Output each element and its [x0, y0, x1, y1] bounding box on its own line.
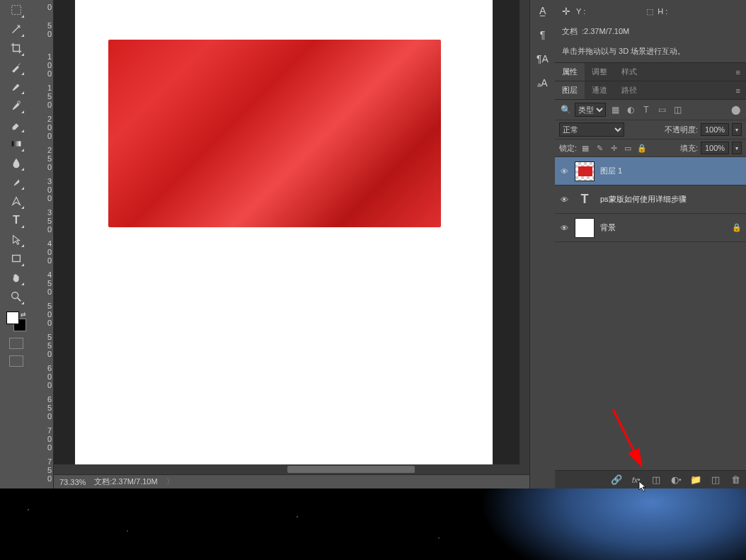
- visibility-toggle[interactable]: 👁: [558, 193, 570, 206]
- foreground-color[interactable]: [6, 312, 19, 324]
- info-hint: 单击并拖动以与 3D 场景进行互动。: [562, 46, 685, 57]
- link-layers-icon[interactable]: 🔗: [610, 474, 623, 486]
- svg-point-1: [19, 25, 21, 27]
- filter-shape-icon[interactable]: ▭: [655, 103, 668, 116]
- horizontal-scrollbar[interactable]: [54, 464, 529, 474]
- eraser-tool[interactable]: [8, 116, 25, 133]
- char-panel-icon[interactable]: A̲: [535, 3, 551, 18]
- document-canvas[interactable]: [75, 0, 493, 474]
- layer-thumbnail[interactable]: [575, 218, 595, 238]
- layer-row[interactable]: 👁 图层 1: [555, 157, 746, 185]
- tab-channels[interactable]: 通道: [585, 81, 614, 99]
- left-toolbar: T ⇄: [0, 0, 33, 488]
- panel-menu-icon[interactable]: ≡: [730, 68, 746, 76]
- info-panel: ✛Y :⬚H : 文档:2.37M/7.10M 单击并拖动以与 3D 场景进行互…: [555, 0, 746, 63]
- tab-styles[interactable]: 样式: [614, 63, 644, 81]
- layer-name[interactable]: ps蒙版如何使用详细步骤: [599, 194, 743, 205]
- scrollbar-thumb[interactable]: [287, 466, 415, 473]
- layer-fx-icon[interactable]: fx▾: [630, 474, 643, 486]
- filter-smart-icon[interactable]: ◫: [671, 103, 684, 116]
- zoom-level[interactable]: 73.33%: [59, 478, 86, 486]
- shape-tool[interactable]: [8, 250, 25, 267]
- screen-mode-toggle[interactable]: [9, 355, 23, 367]
- lock-paint-icon[interactable]: ✎: [594, 142, 605, 154]
- group-icon[interactable]: 📁: [689, 474, 702, 486]
- placed-image[interactable]: [108, 40, 441, 227]
- zoom-tool[interactable]: [8, 288, 25, 305]
- lock-label: 锁定:: [559, 143, 577, 154]
- filter-text-icon[interactable]: T: [640, 103, 653, 116]
- search-icon[interactable]: 🔍: [559, 103, 572, 116]
- doc-label: 文档: [562, 26, 578, 37]
- paragraph-panel-icon[interactable]: ¶: [535, 27, 551, 42]
- opacity-label: 不透明度:: [665, 125, 698, 135]
- swap-colors-icon[interactable]: ⇄: [21, 311, 26, 318]
- lock-trans-icon[interactable]: ▦: [580, 142, 591, 154]
- tab-adjustments[interactable]: 调整: [585, 63, 614, 81]
- layer-list: 👁 图层 1 👁 T ps蒙版如何使用详细步骤 👁 背景 🔒: [555, 157, 746, 470]
- delete-layer-icon[interactable]: 🗑: [729, 474, 742, 486]
- status-expand-icon[interactable]: 〉: [166, 476, 174, 487]
- crop-tool[interactable]: [8, 40, 25, 57]
- visibility-toggle[interactable]: 👁: [558, 222, 570, 234]
- vertical-scrollbar[interactable]: [520, 0, 529, 464]
- layer-mask-icon[interactable]: ◫: [650, 474, 662, 486]
- new-layer-icon[interactable]: ◫: [709, 474, 722, 486]
- lock-pos-icon[interactable]: ✛: [608, 142, 619, 154]
- svg-point-5: [12, 292, 18, 299]
- canvas-area[interactable]: 73.33% 文档:2.37M/7.10M 〉: [54, 0, 529, 488]
- panel-menu-icon[interactable]: ≡: [730, 86, 746, 95]
- layer-row[interactable]: 👁 背景 🔒: [555, 214, 746, 242]
- eyedropper-tool[interactable]: [8, 59, 25, 76]
- layer-row[interactable]: 👁 T ps蒙版如何使用详细步骤: [555, 185, 746, 214]
- filter-adjust-icon[interactable]: ◐: [624, 103, 637, 116]
- y-label: Y :: [576, 7, 585, 16]
- lock-all-icon[interactable]: 🔒: [636, 142, 648, 154]
- hand-tool[interactable]: [8, 269, 25, 286]
- para-styles-icon[interactable]: ₐA: [535, 75, 551, 91]
- lock-row: 锁定: ▦ ✎ ✛ ▭ 🔒 填充: ▾: [555, 139, 746, 157]
- svg-point-2: [18, 101, 21, 104]
- filter-toggle-icon[interactable]: ⬤: [729, 103, 742, 116]
- svg-rect-0: [12, 6, 21, 15]
- layer-name[interactable]: 背景: [599, 222, 728, 233]
- filter-pixel-icon[interactable]: ▦: [609, 103, 621, 116]
- blend-mode-select[interactable]: 正常: [559, 122, 624, 137]
- blur-tool[interactable]: [8, 154, 25, 171]
- pen-tool[interactable]: [8, 193, 25, 210]
- desktop-background: [0, 488, 746, 560]
- text-layer-icon[interactable]: T: [575, 190, 595, 210]
- history-brush-tool[interactable]: [8, 97, 25, 114]
- svg-rect-3: [12, 141, 21, 146]
- quick-mask-toggle[interactable]: [9, 338, 23, 349]
- tab-properties[interactable]: 属性: [555, 63, 585, 81]
- artboard-tool[interactable]: [8, 1, 25, 18]
- doc-value: :2.37M/7.10M: [582, 27, 629, 35]
- adjustment-layer-icon[interactable]: ◐▾: [670, 474, 682, 486]
- layer-name[interactable]: 图层 1: [599, 166, 743, 176]
- tab-layers[interactable]: 图层: [555, 81, 585, 99]
- visibility-toggle[interactable]: 👁: [558, 165, 570, 178]
- fill-input[interactable]: [701, 142, 729, 154]
- layer-filter-row: 🔍 类型 ▦ ◐ T ▭ ◫ ⬤: [555, 100, 746, 120]
- brush-tool[interactable]: [8, 78, 25, 95]
- smudge-tool[interactable]: [8, 173, 25, 190]
- path-select-tool[interactable]: [8, 231, 25, 248]
- lock-artboard-icon[interactable]: ▭: [622, 142, 633, 154]
- gradient-tool[interactable]: [8, 135, 25, 152]
- fill-label: 填充:: [680, 143, 698, 154]
- color-swatch[interactable]: ⇄: [6, 312, 26, 331]
- opacity-input[interactable]: [701, 123, 729, 136]
- svg-rect-4: [13, 256, 21, 262]
- opacity-dropdown-icon[interactable]: ▾: [732, 123, 742, 136]
- filter-kind-select[interactable]: 类型: [575, 103, 606, 117]
- layer-thumbnail[interactable]: [575, 161, 595, 181]
- text-tool[interactable]: T: [8, 212, 25, 229]
- layers-footer: 🔗 fx▾ ◫ ◐▾ 📁 ◫ 🗑: [555, 470, 746, 488]
- fill-dropdown-icon[interactable]: ▾: [732, 142, 742, 154]
- tab-paths[interactable]: 路径: [614, 81, 644, 99]
- doc-size: 文档:2.37M/7.10M: [94, 476, 157, 487]
- magic-wand-tool[interactable]: [8, 21, 25, 38]
- lock-icon: 🔒: [732, 223, 743, 232]
- char-styles-icon[interactable]: ¶A: [535, 51, 551, 67]
